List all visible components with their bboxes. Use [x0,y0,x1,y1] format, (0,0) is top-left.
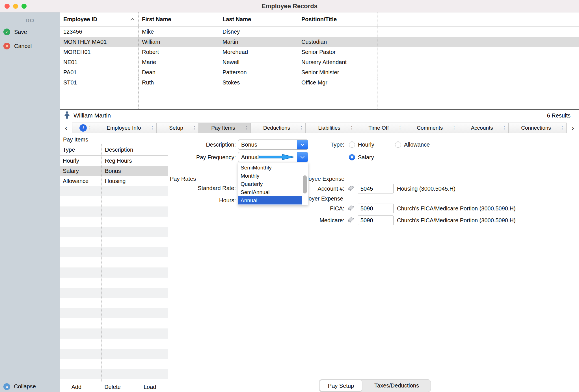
scrollbar-thumb[interactable] [303,175,307,193]
table-row[interactable]: MOREH01 Robert Morehead Senior Pastor [60,47,579,57]
tabs-scroll-left-icon[interactable]: ‹ [60,123,72,133]
dropdown-scrollbar[interactable] [302,163,308,205]
account-lookup-icon[interactable] [347,216,355,223]
pay-item-row-selected[interactable]: Salary Bonus [60,166,168,176]
column-header-description[interactable]: Description [101,147,159,153]
tab-setup[interactable]: Setup ⋮ [156,123,199,133]
tab-taxes-deductions[interactable]: Taxes/Deductions [363,380,431,391]
last-name-cell: Patterson [219,67,298,77]
column-header-type[interactable]: Type [60,147,101,153]
medicare-account-input[interactable] [358,215,394,225]
tab-handle-icon: ⋮ [451,125,456,131]
tab-connections[interactable]: Connections ⋮ [508,123,567,133]
account-number-input[interactable] [358,184,394,193]
dropdown-option[interactable]: Quarterly [238,180,302,188]
column-header-position-title[interactable]: Position/Title [298,12,377,26]
employee-id-cell: ST01 [60,77,139,88]
employee-table-header: Employee ID First Name Last Name Positio… [60,12,579,27]
tab-employee-info[interactable]: Employee Info ⋮ [94,123,157,133]
hours-label: Hours: [175,195,236,205]
empty-cell [377,47,579,57]
account-lookup-icon[interactable] [347,204,355,211]
minimize-button[interactable] [13,4,18,9]
description-popup[interactable]: Bonus [238,140,308,150]
tab-liabilities[interactable]: Liabilities ⋮ [305,123,356,133]
employee-table: Employee ID First Name Last Name Positio… [60,12,579,109]
tab-deductions[interactable]: Deductions ⋮ [250,123,306,133]
tab-bar: ‹ i ⋮ Employee Info ⋮ Setup ⋮ Pay Items … [60,121,579,135]
titlebar: Employee Records [0,0,579,12]
tab-label: Comments [417,125,443,131]
tab-pay-items[interactable]: Pay Items ⋮ [198,123,251,133]
column-divider [159,144,159,382]
table-row[interactable]: PA01 Dean Patterson Senior Minister [60,67,579,77]
tab-accounts[interactable]: Accounts ⋮ [458,123,509,133]
record-info-button[interactable]: i ⋮ [72,123,94,133]
position-title-cell: Custodian [298,37,377,47]
results-count: 6 Results [547,112,571,119]
tab-label: Deductions [263,125,290,131]
type-radio-allowance[interactable]: Allowance [395,140,430,150]
column-header-first-name[interactable]: First Name [139,12,219,26]
pay-item-row[interactable]: Hourly Reg Hours [60,156,168,166]
current-record-name: William Martin [74,112,111,119]
record-bar: William Martin 6 Results [60,110,579,121]
save-button[interactable]: ✓ Save [0,26,60,38]
first-name-cell: Ruth [139,77,219,88]
first-name-cell: Mike [139,27,219,37]
table-row-selected[interactable]: MONTHLY-MA01 William Martin Custodian [60,37,579,47]
table-row[interactable]: ST01 Ruth Stokes Office Mgr [60,77,579,88]
add-button[interactable]: Add [69,384,85,390]
tab-time-off[interactable]: Time Off ⋮ [356,123,404,133]
pay-item-type: Hourly [60,158,101,164]
dropdown-option[interactable]: SemiMonthly [238,164,302,172]
last-name-cell: Martin [219,37,298,47]
account-lookup-icon[interactable] [347,185,355,191]
cancel-button[interactable]: ✕ Cancel [0,40,60,52]
radio-unselected-icon [395,141,401,148]
radio-selected-icon [349,154,355,160]
column-header-label: Last Name [222,16,251,23]
empty-cell [377,67,579,77]
close-button[interactable] [5,4,10,9]
tab-handle-icon: ⋮ [192,125,197,131]
type-radio-salary[interactable]: Salary [349,152,374,162]
load-button[interactable]: Load [141,384,159,390]
column-header-employee-id[interactable]: Employee ID [60,12,139,26]
table-row[interactable]: 123456 Mike Disney [60,27,579,37]
dropdown-option-highlighted[interactable]: Annual [238,196,302,204]
empty-cell [377,37,579,47]
description-label: Description: [175,140,236,150]
chevron-down-icon [301,142,304,146]
type-radio-hourly[interactable]: Hourly [349,140,374,150]
tabs-scroll-right-icon[interactable]: › [567,123,579,133]
tab-handle-icon: ⋮ [560,125,565,131]
fica-description: Church's FICA/Medicare Portion (3000.509… [397,203,516,214]
person-icon [63,111,71,120]
empty-table-row [60,98,579,108]
first-name-cell: Dean [139,67,219,77]
popup-button [297,140,308,149]
pay-items-header: Type Description [60,144,168,156]
column-header-extra [377,12,579,26]
dropdown-option[interactable]: Monthly [238,172,302,180]
save-label: Save [14,29,27,35]
column-header-last-name[interactable]: Last Name [219,12,298,26]
delete-button[interactable]: Delete [101,384,124,390]
radio-label: Hourly [358,141,374,148]
table-row[interactable]: NE01 Marie Newell Nursery Attendant [60,57,579,67]
tab-label: Time Off [368,125,389,131]
tab-pay-setup[interactable]: Pay Setup [320,380,362,391]
fica-account-input[interactable] [358,204,394,213]
account-description: Housing (3000.5045.H) [397,184,455,194]
tab-handle-icon: ⋮ [502,125,507,131]
dropdown-option[interactable]: SemiAnnual [238,188,302,196]
collapse-button[interactable]: « Collapse [0,381,60,392]
tab-handle-icon: ⋮ [150,125,155,131]
tab-handle-icon: ⋮ [244,125,249,131]
tab-comments[interactable]: Comments ⋮ [404,123,458,133]
position-title-cell: Nursery Attendant [298,57,377,67]
tab-label: Employee Info [107,125,141,131]
pay-item-row[interactable]: Allowance Housing [60,176,168,186]
zoom-button[interactable] [21,4,27,9]
